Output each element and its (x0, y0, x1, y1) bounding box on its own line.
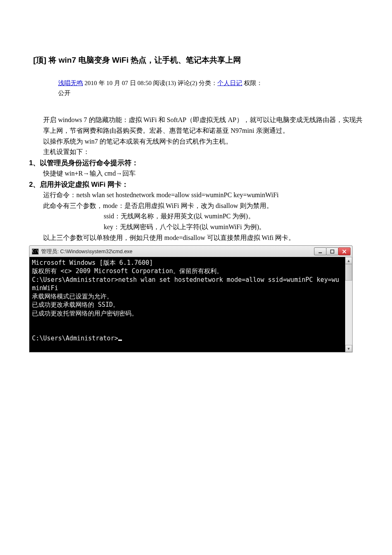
minimize-icon (318, 249, 322, 254)
step2-line5: 以上三个参数可以单独使用，例如只使用 mode=disallow 可以直接禁用虚… (29, 232, 363, 243)
article-meta: 浅唱无鸣 2010 年 10 月 07 日 08:50 阅读(13) 评论(2)… (29, 78, 363, 98)
minimize-button[interactable] (314, 247, 326, 255)
step2-line2: 此命令有三个参数，mode：是否启用虚拟 WiFi 网卡，改为 disallow… (29, 200, 363, 211)
step2-line1: 运行命令：netsh wlan set hostednetwork mode=a… (29, 190, 363, 200)
cmd-line: C:\Users\Administrator>netsh wlan set ho… (32, 276, 341, 293)
comment-count: 评论(2) (178, 80, 197, 86)
cmd-output: ▲ ▼ Microsoft Windows [版本 6.1.7600] 版权所有… (29, 257, 353, 352)
close-button[interactable] (338, 247, 351, 255)
scroll-thumb[interactable] (345, 264, 352, 281)
close-icon (342, 249, 346, 254)
category-link[interactable]: 个人日记 (217, 80, 242, 86)
cmd-titlebar: C:\ 管理员: C:\Windows\system32\cmd.exe (29, 245, 353, 257)
cmd-line: 已成功更改托管网络的用户密钥密码。 (32, 309, 341, 318)
cmd-line: 版权所有 <c> 2009 Microsoft Corporation。保留所有… (32, 267, 341, 275)
article-body: 开启 windows 7 的隐藏功能：虚拟 WiFi 和 SoftAP（即虚拟无… (29, 115, 363, 352)
cmd-line (32, 318, 341, 326)
intro-paragraph-3: 主机设置如下： (29, 147, 363, 157)
post-date: 2010 年 10 月 07 日 08:50 (85, 80, 152, 86)
scroll-down-button[interactable]: ▼ (345, 345, 352, 352)
cmd-line: 承载网络模式已设置为允许。 (32, 292, 341, 301)
cmd-line (32, 326, 341, 334)
cmd-window-title: 管理员: C:\Windows\system32\cmd.exe (41, 247, 314, 256)
step2-line3: ssid：无线网名称，最好用英文(以 wuminPC 为例)。 (29, 211, 363, 222)
cmd-icon: C:\ (32, 249, 39, 254)
permission-value: 公开 (58, 90, 71, 96)
step2-line4: key：无线网密码，八个以上字符(以 wuminWiFi 为例)。 (29, 222, 363, 232)
scrollbar[interactable]: ▲ ▼ (345, 257, 352, 352)
svg-rect-1 (331, 250, 334, 253)
step1-body: 快捷键 win+R→输入 cmd→回车 (29, 168, 363, 179)
cmd-line: Microsoft Windows [版本 6.1.7600] (32, 259, 341, 267)
article-title: [顶] 将 win7 电脑变身 WiFi 热点，让手机、笔记本共享上网 (29, 54, 363, 66)
read-count: 阅读(13) (153, 80, 176, 86)
step2-heading: 2、启用并设定虚拟 WiFi 网卡： (29, 179, 363, 190)
maximize-icon (330, 249, 334, 254)
author-link[interactable]: 浅唱无鸣 (58, 80, 83, 86)
cmd-line: 已成功更改承载网络的 SSID。 (32, 301, 341, 309)
permission-label: 权限： (244, 80, 263, 86)
category-prefix: 分类： (199, 80, 217, 86)
intro-paragraph-1: 开启 windows 7 的隐藏功能：虚拟 WiFi 和 SoftAP（即虚拟无… (29, 115, 363, 136)
cursor-icon (118, 340, 122, 341)
intro-paragraph-2: 以操作系统为 win7 的笔记本或装有无线网卡的台式机作为主机。 (29, 136, 363, 147)
step1-heading: 1、以管理员身份运行命令提示符： (29, 157, 363, 168)
window-buttons (314, 247, 351, 255)
maximize-button[interactable] (326, 247, 338, 255)
scroll-up-button[interactable]: ▲ (345, 257, 352, 264)
cmd-window: C:\ 管理员: C:\Windows\system32\cmd.exe ▲ ▼ (29, 245, 353, 352)
scroll-track[interactable] (345, 281, 352, 345)
cmd-prompt: C:\Users\Administrator> (32, 334, 341, 342)
